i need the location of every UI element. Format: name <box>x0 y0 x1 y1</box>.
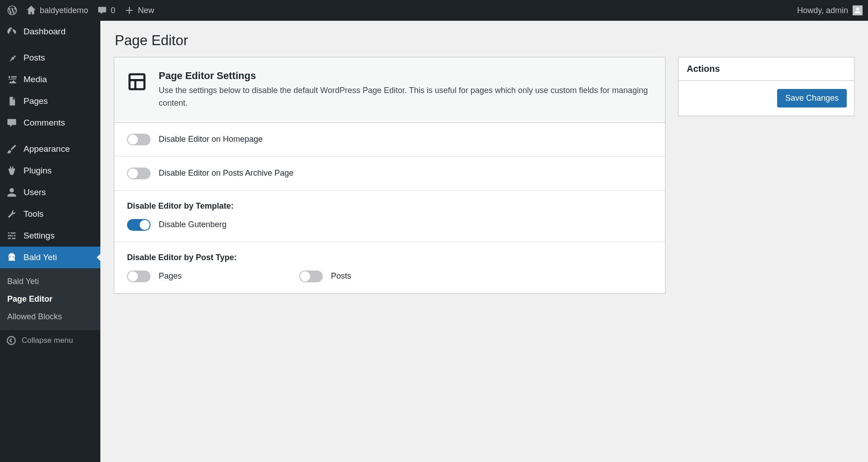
sliders-icon <box>6 230 17 241</box>
sidebar-item-tools[interactable]: Tools <box>0 203 100 225</box>
adminbar-new[interactable]: New <box>120 0 159 21</box>
sidebar-item-comments[interactable]: Comments <box>0 112 100 134</box>
admin-bar: baldyetidemo 0 New Howdy, admin <box>0 0 868 21</box>
comment-icon <box>6 117 17 128</box>
sidebar-item-settings[interactable]: Settings <box>0 225 100 247</box>
submenu-item-page-editor[interactable]: Page Editor <box>0 290 100 307</box>
adminbar-comments[interactable]: 0 <box>93 0 120 21</box>
sidebar-item-label: Media <box>24 75 47 84</box>
sidebar-item-plugins[interactable]: Plugins <box>0 160 100 182</box>
toggle-label: Disable Editor on Posts Archive Page <box>159 168 293 178</box>
toggle-gutenberg[interactable] <box>127 219 151 231</box>
sidebar-item-media[interactable]: Media <box>0 69 100 90</box>
sidebar-item-label: Bald Yeti <box>24 252 57 262</box>
sidebar-item-label: Dashboard <box>24 27 66 37</box>
site-link[interactable]: baldyetidemo <box>22 0 93 21</box>
settings-description: Use the settings below to disable the de… <box>159 84 652 110</box>
sidebar-item-label: Appearance <box>24 144 70 154</box>
plug-icon <box>6 165 17 176</box>
toggle-label: Disable Gutenberg <box>159 220 226 229</box>
sidebar-item-label: Settings <box>24 231 55 241</box>
pin-icon <box>6 52 17 63</box>
sidebar-item-dashboard[interactable]: Dashboard <box>0 21 100 42</box>
toggle-archive[interactable] <box>127 168 151 179</box>
comment-icon <box>97 5 107 15</box>
actions-box: Actions Save Changes <box>678 57 854 116</box>
toggle-homepage[interactable] <box>127 134 151 145</box>
toggle-pages[interactable] <box>127 271 151 282</box>
plus-icon <box>124 5 134 15</box>
sidebar-item-label: Posts <box>24 53 45 63</box>
page-icon <box>6 96 17 107</box>
settings-heading: Page Editor Settings <box>159 70 652 82</box>
yeti-icon <box>6 252 17 263</box>
submenu-item-baldyeti[interactable]: Bald Yeti <box>0 273 100 290</box>
toggle-label: Pages <box>159 271 182 281</box>
sidebar-item-label: Pages <box>24 96 48 106</box>
settings-card: Page Editor Settings Use the settings be… <box>114 57 665 294</box>
avatar <box>853 5 863 15</box>
sidebar-item-label: Tools <box>24 209 43 219</box>
svg-rect-1 <box>130 75 145 89</box>
wrench-icon <box>6 209 17 219</box>
sidebar-submenu: Bald Yeti Page Editor Allowed Blocks <box>0 268 100 307</box>
sidebar-item-baldyeti[interactable]: Bald Yeti <box>0 247 100 268</box>
actions-heading: Actions <box>679 57 854 81</box>
toggle-posts[interactable] <box>299 271 323 282</box>
sidebar-item-appearance[interactable]: Appearance <box>0 138 100 160</box>
toggle-label: Posts <box>331 271 351 281</box>
sidebar-item-pages[interactable]: Pages <box>0 90 100 112</box>
greeting: Howdy, admin <box>797 6 848 15</box>
sidebar-item-label: Users <box>24 187 46 197</box>
section-template-heading: Disable Editor by Template: <box>127 201 652 211</box>
media-icon <box>6 74 17 85</box>
page-title: Page Editor <box>114 25 854 57</box>
admin-sidebar: Dashboard Posts Media Pages Comments App… <box>0 21 100 307</box>
layout-icon <box>127 72 147 92</box>
brush-icon <box>6 144 17 154</box>
sidebar-item-label: Comments <box>24 118 65 128</box>
sidebar-item-label: Plugins <box>24 166 52 176</box>
new-label: New <box>138 6 154 15</box>
wp-logo[interactable] <box>3 0 22 21</box>
user-icon <box>6 187 17 198</box>
toggle-label: Disable Editor on Homepage <box>159 135 263 144</box>
site-name: baldyetidemo <box>40 6 88 15</box>
main-content: Page Editor Page Editor Settings Use the… <box>100 0 868 307</box>
sidebar-item-users[interactable]: Users <box>0 182 100 203</box>
save-button[interactable]: Save Changes <box>777 89 847 107</box>
comments-count: 0 <box>111 6 115 15</box>
sidebar-item-posts[interactable]: Posts <box>0 47 100 69</box>
section-posttype-heading: Disable Editor by Post Type: <box>127 253 652 262</box>
adminbar-account[interactable]: Howdy, admin <box>797 5 863 15</box>
dashboard-icon <box>6 26 17 37</box>
wordpress-icon <box>7 5 17 15</box>
home-icon <box>26 5 36 15</box>
